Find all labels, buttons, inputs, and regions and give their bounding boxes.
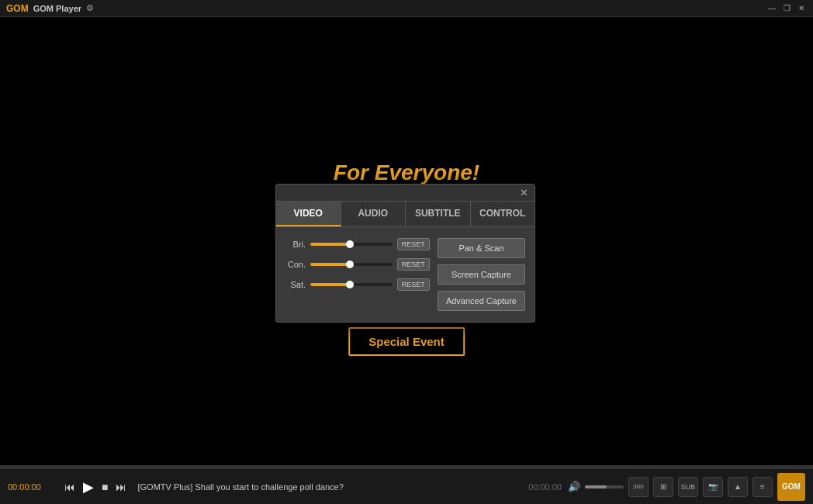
bri-slider-fill [310,243,350,246]
bri-slider-track[interactable] [310,243,393,246]
titlebar-controls: — ❐ ✕ [766,4,807,12]
close-button[interactable]: ✕ [796,4,807,12]
bri-reset-button[interactable]: RESET [397,238,430,250]
con-reset-button[interactable]: RESET [397,258,430,271]
screen-layout-button[interactable]: ⊞ [653,477,673,497]
play-button[interactable]: ▶ [81,477,95,497]
time-total: 00:00:00 [511,482,562,492]
restore-button[interactable]: ❐ [781,4,793,12]
volume-icon[interactable]: 🔊 [568,481,580,492]
vr360-button[interactable]: 360 [628,477,649,497]
sat-slider-track[interactable] [310,283,393,286]
prev-button[interactable]: ⏮ [63,479,77,495]
bri-slider-thumb[interactable] [346,240,354,248]
titlebar-left: GOM GOM Player ⚙ [6,3,94,14]
song-title: [GOMTV Plus] Shall you start to challeng… [137,482,511,492]
tab-control[interactable]: CONTROL [471,202,535,226]
controlbar: 00:00:00 ⏮ ▶ ■ ⏭ [GOMTV Plus] Shall you … [0,465,813,504]
tab-video[interactable]: VIDEO [276,202,341,226]
titlebar: GOM GOM Player ⚙ — ❐ ✕ [0,0,813,17]
tab-audio[interactable]: AUDIO [341,202,406,226]
gear-icon[interactable]: ⚙ [86,3,94,13]
tab-subtitle[interactable]: SUBTITLE [406,202,471,226]
bri-slider-row: Bri. RESET [285,238,430,250]
playback-controls: ⏮ ▶ ■ ⏭ [63,477,128,497]
advanced-capture-button[interactable]: Advanced Capture [438,291,525,311]
con-slider-fill [310,263,350,266]
promo-text: For Everyone! [334,161,479,185]
con-slider-row: Con. RESET [285,258,430,271]
playlist-button[interactable]: ▲ [728,477,748,497]
sat-slider-thumb[interactable] [346,281,354,288]
sat-label: Sat. [285,280,306,289]
controls-row: 00:00:00 ⏮ ▶ ■ ⏭ [GOMTV Plus] Shall you … [0,469,813,504]
video-settings-dialog: ✕ VIDEO AUDIO SUBTITLE CONTROL Bri. RESE… [275,184,535,323]
next-button[interactable]: ⏭ [114,479,128,495]
titlebar-title: GOM Player [33,4,81,13]
con-label: Con. [285,260,306,269]
right-controls: 🔊 360 ⊞ SUB 📷 ▲ ≡ [568,477,773,497]
screen-capture-button[interactable]: Screen Capture [438,264,525,285]
minimize-button[interactable]: — [766,4,778,12]
sat-slider-fill [310,283,350,286]
dialog-titlebar: ✕ [276,185,535,202]
sat-reset-button[interactable]: RESET [397,278,430,291]
time-elapsed: 00:00:00 [8,482,58,492]
screenshot-button[interactable]: 📷 [703,477,723,497]
special-event-button[interactable]: Special Event [348,327,465,356]
volume-fill [585,485,607,488]
dialog-close-button[interactable]: ✕ [518,188,530,198]
sat-slider-row: Sat. RESET [285,278,430,291]
menu-button[interactable]: ≡ [752,477,773,497]
dialog-content: Bri. RESET Con. RESET [276,227,535,322]
volume-slider[interactable] [585,485,624,488]
gom-home-button[interactable]: GOM [777,473,805,501]
pan-scan-button[interactable]: Pan & Scan [438,238,525,258]
dialog-tabs: VIDEO AUDIO SUBTITLE CONTROL [276,202,535,227]
con-slider-thumb[interactable] [346,261,354,268]
subtitle-button[interactable]: SUB [678,477,698,497]
sliders-section: Bri. RESET Con. RESET [285,238,430,311]
gom-logo-small: GOM [6,3,29,14]
con-slider-track[interactable] [310,263,393,266]
stop-button[interactable]: ■ [100,479,109,495]
buttons-section: Pan & Scan Screen Capture Advanced Captu… [438,238,525,311]
video-area: For Everyone! Special Event ✕ VIDEO AUDI… [0,17,813,465]
bri-label: Bri. [285,240,306,249]
